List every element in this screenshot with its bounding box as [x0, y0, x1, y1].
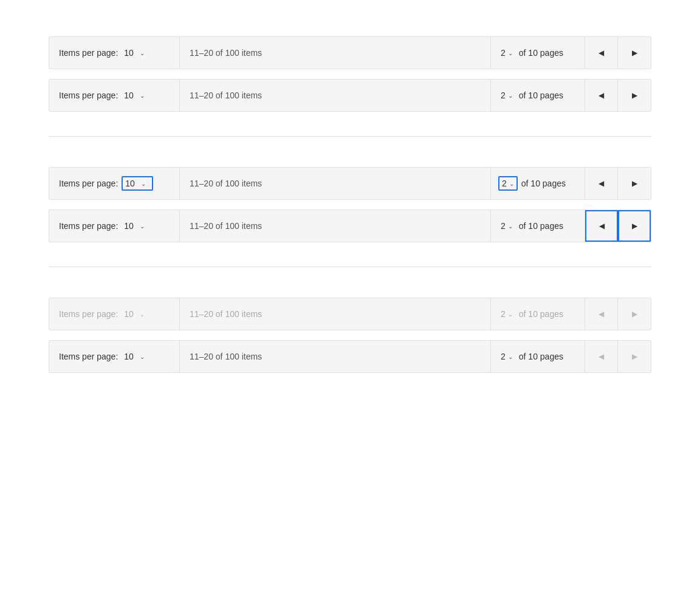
section-2: Items per page: 10 ⌄ 11–20 of 100 items …: [49, 167, 651, 242]
of-pages-text: of 10 pages: [519, 309, 563, 319]
items-per-page-value: 10: [124, 352, 134, 361]
items-per-page-label: Items per page: 10 ⌄: [49, 341, 180, 372]
of-pages-text: of 10 pages: [521, 179, 566, 188]
page-dropdown[interactable]: 2 ⌄: [498, 350, 515, 363]
of-pages-text: of 10 pages: [519, 48, 563, 58]
items-per-page-value: 10: [124, 90, 134, 100]
items-per-page-text: Items per page:: [59, 48, 118, 58]
pagination-bar: Items per page: 10 ⌄ 11–20 of 100 items …: [49, 79, 651, 112]
chevron-down-icon: ⌄: [508, 311, 513, 318]
prev-page-button: ◀: [585, 298, 618, 330]
next-page-button[interactable]: ▶: [618, 37, 651, 69]
page-selector: 2 ⌄ of 10 pages: [491, 168, 585, 199]
items-per-page-text: Items per page:: [59, 352, 118, 361]
items-per-page-label: Items per page: 10 ⌄: [49, 168, 180, 199]
next-page-button[interactable]: ▶: [618, 210, 651, 242]
page-value: 2: [502, 179, 507, 188]
page-value: 2: [501, 352, 506, 361]
pagination-bar: Items per page: 10 ⌄ 11–20 of 100 items …: [49, 167, 651, 200]
items-per-page-label: Items per page: 10 ⌄: [49, 298, 180, 330]
of-pages-text: of 10 pages: [519, 352, 563, 361]
page-selector: 2 ⌄ of 10 pages: [491, 341, 585, 372]
page-selector: 2 ⌄ of 10 pages: [491, 80, 585, 111]
items-per-page-text: Items per page:: [59, 221, 118, 231]
items-per-page-dropdown[interactable]: 10 ⌄: [122, 176, 153, 191]
chevron-down-icon: ⌄: [508, 92, 513, 99]
chevron-down-icon: ⌄: [140, 92, 145, 99]
items-per-page-label: Items per page: 10 ⌄: [49, 80, 180, 111]
page-value: 2: [501, 48, 506, 58]
prev-page-button[interactable]: ◀: [585, 80, 618, 111]
items-per-page-dropdown[interactable]: 10 ⌄: [122, 47, 151, 59]
items-per-page-value: 10: [124, 221, 134, 231]
prev-page-button[interactable]: ◀: [585, 210, 618, 242]
page-dropdown[interactable]: 2 ⌄: [498, 176, 518, 191]
items-per-page-dropdown[interactable]: 10 ⌄: [122, 89, 151, 101]
chevron-down-icon: ⌄: [508, 353, 513, 360]
page-dropdown[interactable]: 2 ⌄: [498, 89, 515, 101]
section-divider: [49, 267, 651, 267]
items-count: 11–20 of 100 items: [180, 168, 491, 199]
page-value: 2: [501, 221, 506, 231]
prev-page-button[interactable]: ◀: [585, 168, 618, 199]
chevron-down-icon: ⌄: [508, 50, 513, 56]
items-count: 11–20 of 100 items: [180, 37, 491, 69]
page-dropdown[interactable]: 2 ⌄: [498, 47, 515, 59]
page-value: 2: [501, 90, 506, 100]
page-selector: 2 ⌄ of 10 pages: [491, 210, 585, 242]
prev-page-button: ◀: [585, 341, 618, 372]
pagination-bar: Items per page: 10 ⌄ 11–20 of 100 items …: [49, 340, 651, 373]
chevron-down-icon: ⌄: [508, 223, 513, 230]
next-page-button[interactable]: ▶: [618, 80, 651, 111]
items-per-page-dropdown: 10 ⌄: [122, 308, 151, 320]
prev-page-button[interactable]: ◀: [585, 37, 618, 69]
items-count: 11–20 of 100 items: [180, 341, 491, 372]
items-per-page-text: Items per page:: [59, 309, 118, 319]
chevron-down-icon: ⌄: [141, 180, 146, 187]
page-selector: 2 ⌄ of 10 pages: [491, 298, 585, 330]
section-1: Items per page: 10 ⌄ 11–20 of 100 items …: [49, 36, 651, 112]
items-per-page-value: 10: [124, 309, 134, 319]
items-per-page-label: Items per page: 10 ⌄: [49, 37, 180, 69]
page-value: 2: [501, 309, 506, 319]
chevron-down-icon: ⌄: [509, 180, 514, 187]
chevron-down-icon: ⌄: [140, 311, 145, 318]
items-count: 11–20 of 100 items: [180, 80, 491, 111]
page-dropdown: 2 ⌄: [498, 308, 515, 320]
of-pages-text: of 10 pages: [519, 221, 563, 231]
chevron-down-icon: ⌄: [140, 353, 145, 360]
next-page-button: ▶: [618, 341, 651, 372]
items-per-page-text: Items per page:: [59, 179, 118, 188]
items-per-page-dropdown[interactable]: 10 ⌄: [122, 350, 151, 363]
next-page-button[interactable]: ▶: [618, 168, 651, 199]
items-per-page-value: 10: [124, 48, 134, 58]
next-page-button: ▶: [618, 298, 651, 330]
items-per-page-text: Items per page:: [59, 90, 118, 100]
chevron-down-icon: ⌄: [140, 50, 145, 56]
items-per-page-dropdown[interactable]: 10 ⌄: [122, 220, 151, 232]
items-count: 11–20 of 100 items: [180, 210, 491, 242]
items-per-page-label: Items per page: 10 ⌄: [49, 210, 180, 242]
items-per-page-value: 10: [125, 179, 135, 188]
page-wrapper: Items per page: 10 ⌄ 11–20 of 100 items …: [0, 0, 700, 434]
page-selector: 2 ⌄ of 10 pages: [491, 37, 585, 69]
of-pages-text: of 10 pages: [519, 90, 563, 100]
items-count: 11–20 of 100 items: [180, 298, 491, 330]
pagination-bar: Items per page: 10 ⌄ 11–20 of 100 items …: [49, 210, 651, 242]
pagination-bar: Items per page: 10 ⌄ 11–20 of 100 items …: [49, 36, 651, 69]
section-3: Items per page: 10 ⌄ 11–20 of 100 items …: [49, 298, 651, 373]
pagination-bar-disabled: Items per page: 10 ⌄ 11–20 of 100 items …: [49, 298, 651, 330]
chevron-down-icon: ⌄: [140, 223, 145, 230]
page-dropdown[interactable]: 2 ⌄: [498, 220, 515, 232]
section-divider: [49, 136, 651, 137]
